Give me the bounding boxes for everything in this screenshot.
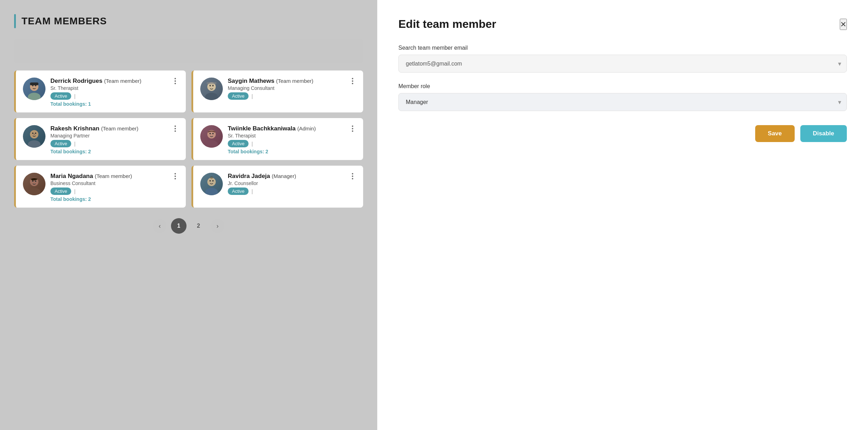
svg-point-25 xyxy=(209,180,211,182)
email-select[interactable]: getlatom5@gmail.com xyxy=(398,55,847,73)
save-button[interactable]: Save xyxy=(755,125,795,142)
page-title: TEAM MEMBERS xyxy=(22,16,107,27)
members-grid: Derrick Rodrigues (Team member) Sr. Ther… xyxy=(14,70,363,208)
card-menu-ravidra[interactable] xyxy=(348,171,357,181)
status-row: Active | xyxy=(50,92,179,100)
member-position: Managing Partner xyxy=(50,133,179,139)
svg-point-26 xyxy=(212,180,214,182)
svg-rect-4 xyxy=(30,82,38,85)
status-row: Active | xyxy=(228,140,356,147)
member-header: Rakesh Krishnan (Team member) Managing P… xyxy=(23,125,179,154)
svg-point-18 xyxy=(212,133,214,134)
role-select[interactable]: Manager Team member Admin xyxy=(398,93,847,111)
member-card-ravidra: Ravidra Jadeja (Manager) Jr. Counsellor … xyxy=(191,166,363,208)
member-header: Ravidra Jadeja (Manager) Jr. Counsellor … xyxy=(200,173,356,195)
pagination: ‹ 1 2 › xyxy=(14,218,363,234)
svg-point-16 xyxy=(205,140,218,148)
team-members-panel: TEAM MEMBERS xyxy=(0,0,377,430)
member-name: Derrick Rodrigues (Team member) xyxy=(50,78,179,85)
menu-dot xyxy=(352,128,353,129)
member-position: Business Consultant xyxy=(50,180,179,186)
card-menu-rakesh[interactable] xyxy=(170,124,180,134)
svg-point-12 xyxy=(32,133,33,134)
svg-point-14 xyxy=(33,134,35,135)
member-header: Twiinkle Bachkkaniwala (Admin) Sr. Thera… xyxy=(200,125,356,154)
member-header: Derrick Rodrigues (Team member) Sr. Ther… xyxy=(23,78,179,107)
status-separator: | xyxy=(251,189,253,194)
search-area xyxy=(14,39,363,63)
menu-dot xyxy=(175,178,176,179)
member-role-badge: (Manager) xyxy=(272,173,296,179)
total-bookings: Total bookings: 1 xyxy=(50,101,179,107)
status-row: Active | xyxy=(228,92,356,100)
member-info-twiinkle: Twiinkle Bachkkaniwala (Admin) Sr. Thera… xyxy=(228,125,356,154)
member-role-badge: (Team member) xyxy=(104,78,141,84)
card-menu-twiinkle[interactable] xyxy=(348,124,357,134)
member-header: Maria Ngadana (Team member) Business Con… xyxy=(23,173,179,202)
member-position: Managing Consultant xyxy=(228,85,356,91)
card-menu-maria[interactable] xyxy=(170,171,180,181)
page-1-button[interactable]: 1 xyxy=(171,218,187,234)
svg-point-21 xyxy=(32,180,33,182)
member-position: Sr. Therapist xyxy=(228,133,356,139)
menu-dot xyxy=(175,125,176,127)
next-page-button[interactable]: › xyxy=(210,219,225,233)
avatar-saygin xyxy=(200,78,223,100)
menu-dot xyxy=(352,173,353,174)
member-name: Saygin Mathews (Team member) xyxy=(228,78,356,85)
member-role-badge: (Team member) xyxy=(101,125,139,131)
edit-panel: Edit team member × Search team member em… xyxy=(377,0,868,430)
svg-point-20 xyxy=(28,188,41,195)
member-card-rakesh: Rakesh Krishnan (Team member) Managing P… xyxy=(14,118,186,160)
member-info-rakesh: Rakesh Krishnan (Team member) Managing P… xyxy=(50,125,179,154)
status-separator: | xyxy=(74,189,75,194)
member-name: Maria Ngadana (Team member) xyxy=(50,173,179,180)
avatar-ravidra xyxy=(200,173,223,195)
status-row: Active | xyxy=(50,188,179,195)
role-label: Member role xyxy=(398,83,847,90)
email-select-wrapper: getlatom5@gmail.com ▾ xyxy=(398,55,847,73)
menu-dot xyxy=(175,78,176,79)
prev-page-button[interactable]: ‹ xyxy=(153,219,167,233)
action-buttons: Save Disable xyxy=(398,125,847,142)
menu-dot xyxy=(352,178,353,179)
disable-button[interactable]: Disable xyxy=(800,125,847,142)
panel-title: Edit team member xyxy=(398,18,496,31)
avatar-maria xyxy=(23,173,45,195)
avatar-twiinkle xyxy=(200,125,223,148)
member-card-twiinkle: Twiinkle Bachkkaniwala (Admin) Sr. Thera… xyxy=(191,118,363,160)
member-info-derrick: Derrick Rodrigues (Team member) Sr. Ther… xyxy=(50,78,179,107)
member-info-maria: Maria Ngadana (Team member) Business Con… xyxy=(50,173,179,202)
card-menu-saygin[interactable] xyxy=(348,76,357,86)
total-bookings: Total bookings: 2 xyxy=(50,196,179,202)
menu-dot xyxy=(175,83,176,84)
status-row: Active | xyxy=(228,188,356,195)
close-button[interactable]: × xyxy=(840,19,847,30)
svg-point-27 xyxy=(210,176,213,179)
svg-point-1 xyxy=(28,93,41,100)
avatar-rakesh xyxy=(23,125,45,148)
card-menu-derrick[interactable] xyxy=(170,76,180,86)
member-name: Twiinkle Bachkkaniwala (Admin) xyxy=(228,125,356,132)
member-info-saygin: Saygin Mathews (Team member) Managing Co… xyxy=(228,78,356,100)
page-2-button[interactable]: 2 xyxy=(191,218,206,234)
member-name: Ravidra Jadeja (Manager) xyxy=(228,173,356,180)
member-card-maria: Maria Ngadana (Team member) Business Con… xyxy=(14,166,186,208)
menu-dot xyxy=(352,130,353,132)
status-badge: Active xyxy=(50,92,71,100)
page-title-bar: TEAM MEMBERS xyxy=(14,14,363,28)
email-label: Search team member email xyxy=(398,45,847,51)
status-row: Active | xyxy=(50,140,179,147)
member-role-badge: (Team member) xyxy=(95,173,132,179)
svg-point-13 xyxy=(35,133,36,134)
menu-dot xyxy=(352,176,353,177)
menu-dot xyxy=(352,83,353,84)
member-header: Saygin Mathews (Team member) Managing Co… xyxy=(200,78,356,100)
menu-dot xyxy=(175,173,176,174)
member-info-ravidra: Ravidra Jadeja (Manager) Jr. Counsellor … xyxy=(228,173,356,195)
member-role-badge: (Team member) xyxy=(276,78,313,84)
svg-rect-9 xyxy=(207,82,216,84)
member-name: Rakesh Krishnan (Team member) xyxy=(50,125,179,132)
status-badge: Active xyxy=(228,188,249,195)
svg-point-11 xyxy=(28,140,41,148)
